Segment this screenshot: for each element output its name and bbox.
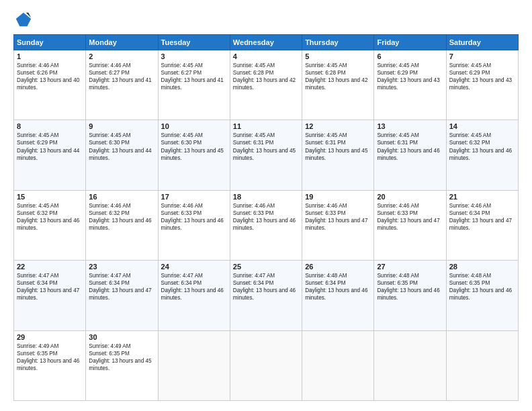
cell-sunset: Sunset: 6:33 PM <box>233 210 299 217</box>
cell-daylight: Daylight: 13 hours and 45 minutes. <box>161 147 227 162</box>
cell-daylight: Daylight: 13 hours and 46 minutes. <box>377 287 443 302</box>
cell-daylight: Daylight: 13 hours and 43 minutes. <box>449 77 515 91</box>
day-number: 12 <box>305 122 371 130</box>
cell-sunset: Sunset: 6:35 PM <box>17 350 83 357</box>
day-number: 18 <box>233 193 299 201</box>
cell-sunrise: Sunrise: 4:45 AM <box>305 132 371 139</box>
calendar-cell: 22 Sunrise: 4:47 AM Sunset: 6:34 PM Dayl… <box>14 261 86 330</box>
calendar-cell: 25 Sunrise: 4:47 AM Sunset: 6:34 PM Dayl… <box>230 261 302 330</box>
cell-daylight: Daylight: 13 hours and 46 minutes. <box>305 287 371 302</box>
cell-sunrise: Sunrise: 4:46 AM <box>233 202 299 210</box>
calendar-cell <box>230 330 302 400</box>
cell-sunset: Sunset: 6:29 PM <box>449 69 515 77</box>
cell-sunrise: Sunrise: 4:49 AM <box>89 342 154 350</box>
calendar-cell: 8 Sunrise: 4:45 AM Sunset: 6:29 PM Dayli… <box>14 120 86 190</box>
cell-sunset: Sunset: 6:33 PM <box>377 210 443 217</box>
day-number: 10 <box>161 122 227 130</box>
calendar-cell: 5 Sunrise: 4:45 AM Sunset: 6:28 PM Dayli… <box>302 50 374 120</box>
calendar-cell: 17 Sunrise: 4:46 AM Sunset: 6:33 PM Dayl… <box>158 190 230 260</box>
day-number: 26 <box>305 263 371 271</box>
day-number: 17 <box>161 193 227 201</box>
header <box>13 10 519 29</box>
cell-daylight: Daylight: 13 hours and 45 minutes. <box>233 147 299 162</box>
cell-sunset: Sunset: 6:28 PM <box>233 69 299 77</box>
day-header-friday: Friday <box>374 35 446 50</box>
day-header-wednesday: Wednesday <box>230 35 302 50</box>
calendar-week-row: 1 Sunrise: 4:46 AM Sunset: 6:26 PM Dayli… <box>14 50 519 120</box>
calendar-cell: 26 Sunrise: 4:48 AM Sunset: 6:34 PM Dayl… <box>302 261 374 330</box>
calendar-cell: 24 Sunrise: 4:47 AM Sunset: 6:34 PM Dayl… <box>158 261 230 330</box>
day-number: 6 <box>377 52 443 60</box>
cell-sunrise: Sunrise: 4:46 AM <box>161 202 227 210</box>
cell-daylight: Daylight: 13 hours and 46 minutes. <box>377 147 443 162</box>
calendar-cell: 3 Sunrise: 4:45 AM Sunset: 6:27 PM Dayli… <box>158 50 230 120</box>
cell-daylight: Daylight: 13 hours and 47 minutes. <box>305 217 371 232</box>
cell-sunrise: Sunrise: 4:45 AM <box>305 62 371 69</box>
logo <box>13 10 35 29</box>
cell-sunset: Sunset: 6:33 PM <box>161 210 227 217</box>
day-number: 15 <box>17 193 83 201</box>
cell-sunset: Sunset: 6:32 PM <box>17 210 83 217</box>
calendar-cell <box>302 330 374 400</box>
day-number: 29 <box>17 333 83 341</box>
cell-sunrise: Sunrise: 4:46 AM <box>17 62 83 69</box>
cell-sunset: Sunset: 6:31 PM <box>305 139 371 146</box>
cell-daylight: Daylight: 13 hours and 46 minutes. <box>161 217 227 232</box>
cell-daylight: Daylight: 13 hours and 46 minutes. <box>233 217 299 232</box>
cell-daylight: Daylight: 13 hours and 42 minutes. <box>305 77 371 91</box>
cell-sunrise: Sunrise: 4:45 AM <box>17 132 83 139</box>
day-number: 28 <box>449 263 515 271</box>
cell-daylight: Daylight: 13 hours and 41 minutes. <box>161 77 227 91</box>
calendar-cell: 4 Sunrise: 4:45 AM Sunset: 6:28 PM Dayli… <box>230 50 302 120</box>
cell-daylight: Daylight: 13 hours and 44 minutes. <box>89 147 154 162</box>
cell-sunset: Sunset: 6:34 PM <box>305 279 371 287</box>
calendar-cell: 29 Sunrise: 4:49 AM Sunset: 6:35 PM Dayl… <box>14 330 86 400</box>
day-header-saturday: Saturday <box>446 35 518 50</box>
calendar-cell: 27 Sunrise: 4:48 AM Sunset: 6:35 PM Dayl… <box>374 261 446 330</box>
day-number: 13 <box>377 122 443 130</box>
calendar-cell: 20 Sunrise: 4:46 AM Sunset: 6:33 PM Dayl… <box>374 190 446 260</box>
cell-sunrise: Sunrise: 4:45 AM <box>449 132 515 139</box>
calendar-cell: 9 Sunrise: 4:45 AM Sunset: 6:30 PM Dayli… <box>86 120 158 190</box>
cell-sunset: Sunset: 6:34 PM <box>161 279 227 287</box>
calendar-header-row: SundayMondayTuesdayWednesdayThursdayFrid… <box>14 35 519 50</box>
cell-sunrise: Sunrise: 4:49 AM <box>17 342 83 350</box>
cell-sunset: Sunset: 6:29 PM <box>17 139 83 146</box>
cell-daylight: Daylight: 13 hours and 47 minutes. <box>377 217 443 232</box>
cell-sunset: Sunset: 6:33 PM <box>305 210 371 217</box>
day-number: 11 <box>233 122 299 130</box>
cell-sunset: Sunset: 6:32 PM <box>449 139 515 146</box>
day-number: 30 <box>89 333 154 341</box>
cell-daylight: Daylight: 13 hours and 46 minutes. <box>449 147 515 162</box>
day-header-monday: Monday <box>86 35 158 50</box>
cell-sunrise: Sunrise: 4:46 AM <box>377 202 443 210</box>
calendar-table: SundayMondayTuesdayWednesdayThursdayFrid… <box>13 34 519 401</box>
cell-daylight: Daylight: 13 hours and 46 minutes. <box>89 217 154 232</box>
cell-sunset: Sunset: 6:34 PM <box>233 279 299 287</box>
page: SundayMondayTuesdayWednesdayThursdayFrid… <box>0 0 532 411</box>
calendar-week-row: 22 Sunrise: 4:47 AM Sunset: 6:34 PM Dayl… <box>14 261 519 330</box>
cell-daylight: Daylight: 13 hours and 45 minutes. <box>89 357 154 372</box>
cell-daylight: Daylight: 13 hours and 44 minutes. <box>17 147 83 162</box>
cell-sunset: Sunset: 6:34 PM <box>449 210 515 217</box>
cell-sunset: Sunset: 6:29 PM <box>377 69 443 77</box>
day-number: 27 <box>377 263 443 271</box>
cell-sunset: Sunset: 6:31 PM <box>377 139 443 146</box>
day-number: 21 <box>449 193 515 201</box>
day-number: 3 <box>161 52 227 60</box>
day-number: 23 <box>89 263 154 271</box>
cell-sunrise: Sunrise: 4:47 AM <box>89 272 154 279</box>
cell-sunset: Sunset: 6:31 PM <box>233 139 299 146</box>
day-number: 16 <box>89 193 154 201</box>
cell-sunrise: Sunrise: 4:46 AM <box>89 202 154 210</box>
calendar-cell: 10 Sunrise: 4:45 AM Sunset: 6:30 PM Dayl… <box>158 120 230 190</box>
cell-sunrise: Sunrise: 4:45 AM <box>377 62 443 69</box>
day-number: 24 <box>161 263 227 271</box>
calendar-cell: 15 Sunrise: 4:45 AM Sunset: 6:32 PM Dayl… <box>14 190 86 260</box>
calendar-cell: 21 Sunrise: 4:46 AM Sunset: 6:34 PM Dayl… <box>446 190 518 260</box>
cell-daylight: Daylight: 13 hours and 46 minutes. <box>17 217 83 232</box>
cell-sunset: Sunset: 6:35 PM <box>89 350 154 357</box>
cell-sunset: Sunset: 6:26 PM <box>17 69 83 77</box>
calendar-cell: 6 Sunrise: 4:45 AM Sunset: 6:29 PM Dayli… <box>374 50 446 120</box>
calendar-cell: 11 Sunrise: 4:45 AM Sunset: 6:31 PM Dayl… <box>230 120 302 190</box>
